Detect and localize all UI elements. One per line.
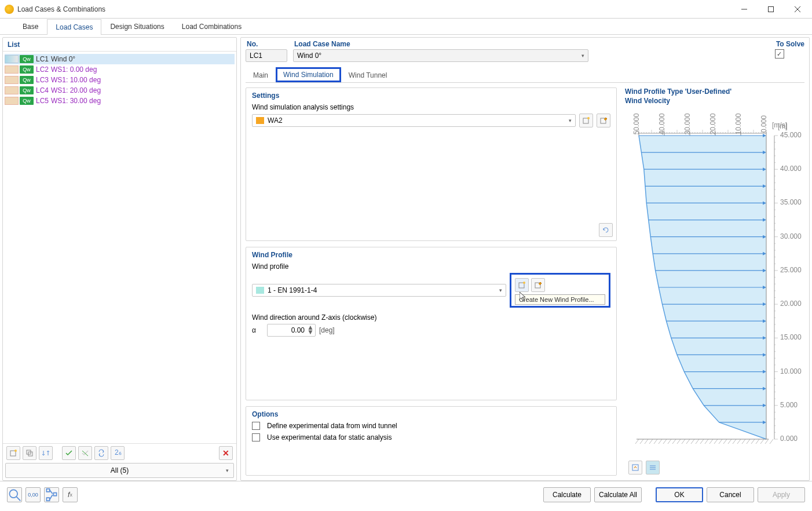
app-icon [5,5,14,14]
svg-text:30.000: 30.000 [683,114,692,135]
svg-rect-1 [769,6,774,12]
new-profile-icon[interactable] [515,278,529,292]
tree-icon[interactable] [44,487,59,502]
chart-wind-icon[interactable] [646,461,660,475]
list-item[interactable]: Qw LC3 WS1: 10.00 deg [5,75,235,85]
color-swatch [5,76,19,84]
svg-line-169 [691,439,694,444]
svg-rect-189 [632,465,638,470]
svg-text:20.000: 20.000 [709,114,717,135]
opt1-label: Define experimental data from wind tunne… [267,422,397,430]
fx-icon[interactable]: fx [63,487,78,502]
list-panel: List Qw LC1 Wind 0° Qw LC2 WS1: 0.00 deg… [2,37,237,481]
settings-section: Settings Wind simulation analysis settin… [246,87,617,241]
wind-profile-section: Wind Profile Wind profile 1 - EN 1991-1-… [246,247,617,400]
opt2-checkbox[interactable] [252,433,260,441]
svg-text:5.000: 5.000 [780,401,798,409]
uncheck-icon[interactable] [78,446,92,460]
svg-text:10.000: 10.000 [780,367,802,375]
cancel-button[interactable]: Cancel [707,487,754,502]
direction-label: Wind direction around Z-axis (clockwise) [252,313,610,322]
ok-button[interactable]: OK [656,487,703,502]
maximize-button[interactable] [758,1,784,18]
svg-line-160 [649,439,653,444]
titlebar: Load Cases & Combinations [0,0,812,19]
svg-line-176 [723,439,727,444]
tab-load-cases[interactable]: Load Cases [47,19,101,35]
no-label: No. [246,40,287,48]
apply-button[interactable]: Apply [758,487,805,502]
delete-icon[interactable]: ✕ [219,446,233,460]
list-item[interactable]: Qw LC4 WS1: 20.00 deg [5,85,235,96]
new-settings-icon[interactable] [579,114,593,127]
cycle-icon[interactable] [94,446,108,460]
opt1-checkbox[interactable] [252,422,260,430]
tab-design-situations[interactable]: Design Situations [101,19,173,34]
svg-line-165 [672,439,676,444]
subtab-wind-tunnel[interactable]: Wind Tunnel [341,68,395,82]
svg-line-163 [663,439,667,444]
list-item[interactable]: Qw LC5 WS1: 30.00 deg [5,96,235,106]
no-input[interactable]: LC1 [246,49,287,62]
profile-dropdown[interactable]: 1 - EN 1991-1-4 [252,284,506,297]
svg-text:0.000: 0.000 [780,435,798,443]
color-swatch [5,97,19,105]
settings-dropdown[interactable]: WA2 [252,114,576,127]
lc-name: WS1: 0.00 deg [51,65,97,74]
units-icon[interactable]: 0,00 [25,487,41,502]
settings-label: Wind simulation analysis settings [252,103,610,111]
close-button[interactable] [784,1,811,18]
calculate-all-button[interactable]: Calculate All [594,487,642,502]
chart-export-icon[interactable] [628,461,642,475]
calculate-button[interactable]: Calculate [543,487,591,502]
name-input[interactable]: Wind 0° [293,49,588,62]
filter-dropdown[interactable]: All (5) [5,463,234,478]
svg-text:30.000: 30.000 [780,232,802,240]
color-swatch [5,55,19,63]
solve-checkbox[interactable] [775,49,784,59]
check-icon[interactable] [62,446,76,460]
svg-text:10.000: 10.000 [734,114,742,135]
svg-line-179 [737,439,741,444]
refresh-settings-icon[interactable] [599,223,613,237]
new-icon[interactable] [6,446,20,460]
badge: Qw [20,97,34,105]
badge: Qw [20,55,34,63]
swatch-icon [256,117,264,124]
find-icon[interactable] [7,487,22,502]
tooltip: Create New Wind Profile... [515,294,605,305]
load-case-list: Qw LC1 Wind 0° Qw LC2 WS1: 0.00 deg Qw L… [3,52,236,443]
footer-bar: 0,00 fx Calculate Calculate All OK Cance… [0,481,812,508]
filter-value: All (5) [111,466,129,475]
svg-line-171 [700,439,704,444]
svg-line-180 [742,439,745,444]
edit-settings-icon[interactable] [597,114,610,127]
copy-icon[interactable] [23,446,36,460]
svg-line-158 [640,439,643,444]
tab-load-combinations[interactable]: Load Combinations [173,19,250,34]
svg-line-170 [696,439,699,444]
subtab-wind-simulation[interactable]: Wind Simulation [276,67,341,82]
name-label: Load Case Name [293,40,588,48]
number-icon[interactable]: 2₆ [111,446,125,460]
svg-point-11 [587,117,590,119]
svg-text:25.000: 25.000 [780,266,802,274]
color-swatch [5,65,19,74]
edit-profile-icon[interactable] [531,278,545,292]
alpha-input[interactable]: 0.00▲▼ [267,324,316,337]
swatch-icon [256,287,264,294]
svg-point-5 [14,450,17,452]
tab-base[interactable]: Base [14,19,47,34]
minimize-button[interactable] [731,1,758,18]
highlight-box: Create New Wind Profile... [510,273,610,308]
list-item[interactable]: Qw LC1 Wind 0° [5,54,235,64]
options-section: Options Define experimental data from wi… [246,406,617,476]
lc-id: LC5 [36,97,51,105]
svg-text:20.000: 20.000 [780,300,802,308]
svg-rect-193 [46,498,49,501]
sort-icon[interactable] [39,446,53,460]
subtab-main[interactable]: Main [246,68,276,82]
svg-text:50.000: 50.000 [632,114,641,135]
list-item[interactable]: Qw LC2 WS1: 0.00 deg [5,64,235,75]
lc-id: LC3 [36,76,51,84]
